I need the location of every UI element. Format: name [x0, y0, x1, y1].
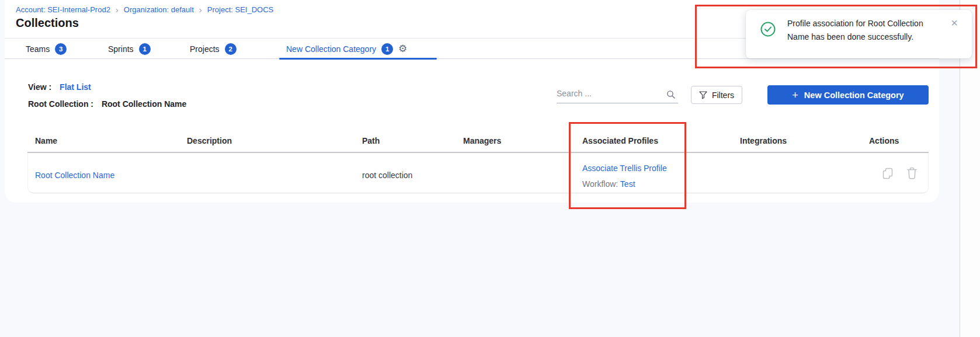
- root-collection-row: Root Collection : Root Collection Name: [28, 99, 186, 109]
- root-collection-value: Root Collection Name: [102, 99, 186, 109]
- chevron-right-icon: ›: [110, 6, 124, 13]
- tab-count-badge: 1: [381, 43, 393, 55]
- tab-label: Projects: [190, 44, 220, 54]
- tab-teams[interactable]: Teams 3: [26, 39, 67, 59]
- page-title: Collections: [16, 16, 79, 30]
- root-collection-name-link[interactable]: Root Collection Name: [35, 171, 114, 180]
- breadcrumb-project-link[interactable]: Project: SEI_DOCS: [207, 5, 273, 14]
- annotation-box-associated-profiles-column: [569, 122, 686, 209]
- row-path-cell: root collection: [362, 171, 412, 180]
- trash-icon: [906, 167, 918, 180]
- view-label: View :: [28, 82, 51, 92]
- new-collection-category-button[interactable]: + New Collection Category: [767, 85, 929, 105]
- chevron-right-icon: ›: [194, 6, 207, 13]
- column-header-path: Path: [362, 136, 380, 145]
- breadcrumb-organization-link[interactable]: Organization: default: [124, 5, 194, 14]
- tab-label: Teams: [26, 44, 50, 54]
- annotation-box-toast: [695, 5, 977, 68]
- filters-button-label: Filters: [712, 91, 734, 100]
- tab-projects[interactable]: Projects 2: [190, 39, 237, 59]
- tab-new-collection-category[interactable]: New Collection Category 1 ⚙: [286, 39, 407, 59]
- column-header-description: Description: [187, 136, 232, 145]
- delete-button[interactable]: [906, 167, 918, 182]
- new-collection-category-button-label: New Collection Category: [804, 91, 904, 100]
- tab-count-badge: 3: [55, 43, 67, 55]
- copy-icon: [882, 167, 894, 180]
- tab-sprints[interactable]: Sprints 1: [108, 39, 151, 59]
- search-icon: [666, 90, 676, 99]
- tab-label: Sprints: [108, 44, 134, 54]
- gear-icon[interactable]: ⚙: [398, 44, 407, 54]
- filters-button[interactable]: Filters: [691, 86, 742, 104]
- table-row: [27, 153, 929, 193]
- column-header-name: Name: [35, 136, 57, 145]
- flat-list-link[interactable]: Flat List: [60, 82, 91, 92]
- root-collection-label: Root Collection :: [28, 99, 93, 109]
- search-input[interactable]: [557, 88, 662, 99]
- search-box: [557, 88, 678, 103]
- tab-label: New Collection Category: [286, 44, 376, 54]
- table-header-divider: [27, 152, 929, 153]
- filter-funnel-icon: [699, 91, 707, 99]
- breadcrumb: Account: SEI-Internal-Prod2 › Organizati…: [16, 5, 273, 14]
- column-header-actions: Actions: [869, 136, 899, 145]
- copy-button[interactable]: [882, 167, 894, 182]
- column-header-managers: Managers: [463, 136, 501, 145]
- column-header-integrations: Integrations: [740, 136, 787, 145]
- tab-count-badge: 2: [225, 43, 237, 55]
- breadcrumb-account-link[interactable]: Account: SEI-Internal-Prod2: [16, 5, 110, 14]
- view-row: View : Flat List: [28, 82, 91, 92]
- plus-icon: +: [792, 90, 798, 100]
- active-tab-underline: [279, 58, 437, 60]
- row-name-cell: Root Collection Name: [35, 171, 114, 180]
- tab-count-badge: 1: [139, 43, 151, 55]
